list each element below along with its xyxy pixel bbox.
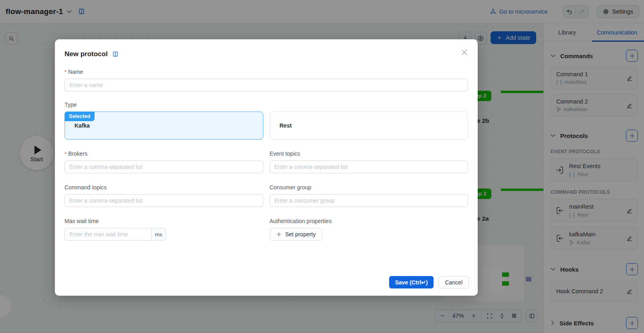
ms-unit-addon: ms (151, 228, 166, 241)
max-wait-label: Max wait time (65, 217, 263, 225)
max-wait-input[interactable] (65, 228, 151, 241)
modal-title: New protocol (65, 50, 108, 58)
name-label: * Name (65, 68, 468, 75)
cancel-button[interactable]: Cancel (438, 276, 469, 288)
required-marker: * (65, 151, 67, 157)
command-topics-input[interactable] (65, 194, 263, 207)
app-root: flow-manager-1 svg *{fill:none;stroke:cu… (0, 0, 644, 333)
consumer-group-input[interactable] (270, 194, 468, 207)
event-topics-input[interactable] (270, 160, 468, 173)
brokers-field: * Brokers (65, 150, 263, 173)
command-topics-label: Command topics (65, 184, 263, 191)
type-options: Selected Kafka Rest (65, 112, 468, 140)
set-property-button[interactable]: Set property (270, 228, 322, 241)
new-protocol-modal: New protocol * Name Type Selected Kafka … (55, 39, 478, 296)
modal-footer: Save (Ctrl↵) Cancel (389, 276, 469, 288)
event-topics-field: Event topics (270, 150, 468, 173)
event-topics-label: Event topics (270, 150, 468, 157)
type-label: Type (65, 101, 468, 108)
save-button[interactable]: Save (Ctrl↵) (389, 276, 434, 288)
max-wait-input-group: ms (65, 228, 166, 241)
max-wait-field: Max wait time ms (65, 217, 263, 241)
brokers-label: * Brokers (65, 150, 263, 157)
type-option-rest[interactable]: Rest (270, 112, 468, 140)
required-marker: * (65, 69, 67, 75)
documentation-book-icon[interactable] (112, 51, 119, 57)
selected-badge: Selected (65, 112, 95, 121)
consumer-group-field: Consumer group (270, 184, 468, 207)
auth-properties-field: Authentication properties Set property (270, 217, 468, 241)
brokers-input[interactable] (65, 160, 263, 173)
command-topics-field: Command topics (65, 184, 263, 207)
close-icon[interactable] (458, 47, 470, 58)
auth-properties-label: Authentication properties (270, 217, 468, 225)
modal-header: New protocol (65, 49, 468, 59)
consumer-group-label: Consumer group (270, 184, 468, 191)
plus-icon (276, 231, 282, 237)
name-input[interactable] (65, 79, 468, 91)
type-option-kafka[interactable]: Selected Kafka (65, 112, 263, 140)
